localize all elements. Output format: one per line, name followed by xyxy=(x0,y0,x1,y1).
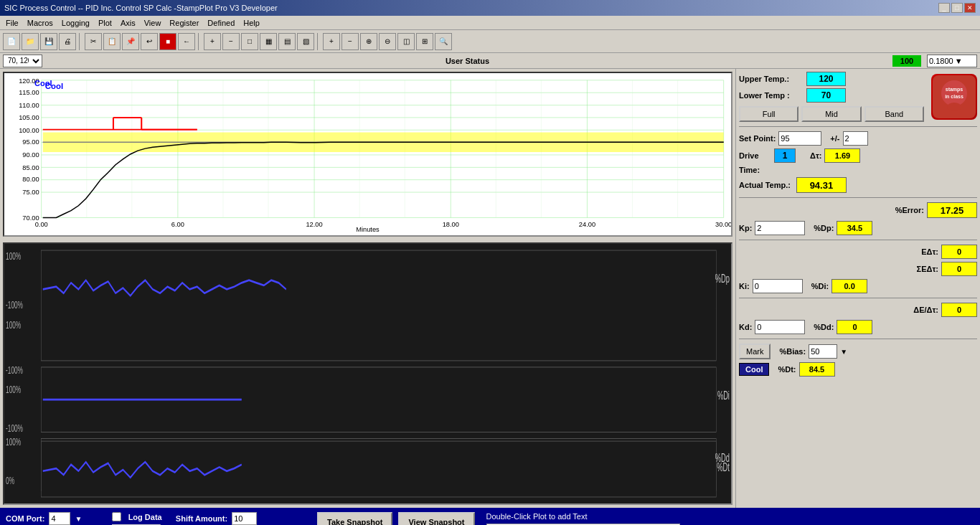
set-point-row: Set Point: +/- xyxy=(739,131,977,146)
cool-dt-row: Cool %Dt: 84.5 xyxy=(739,362,977,377)
menu-bar: File Macros Logging Plot Axis View Regis… xyxy=(0,16,980,30)
tb-plus2[interactable]: + xyxy=(323,33,340,50)
sub-chart[interactable]: 100% -100% 100% -100% 100% -100% 100% 0%… xyxy=(3,242,732,505)
menu-view[interactable]: View xyxy=(140,17,166,29)
svg-text:100%: 100% xyxy=(6,318,22,330)
main-layout: Cool xyxy=(0,69,980,508)
full-btn[interactable]: Full xyxy=(739,106,798,122)
temp-logo-row: Upper Temp.: 120 Lower Temp : 70 Full Mi… xyxy=(739,72,977,122)
tb-b3[interactable]: ▧ xyxy=(297,33,314,50)
mid-btn[interactable]: Mid xyxy=(801,106,861,122)
menu-axis[interactable]: Axis xyxy=(116,17,140,29)
double-click-label: Double-Click Plot to add Text xyxy=(486,512,588,521)
ki-label: Ki: xyxy=(739,282,750,290)
rate-value: 0.1800 ▼ xyxy=(927,55,977,67)
tb-b2[interactable]: ▤ xyxy=(278,33,296,50)
plus-minus-input[interactable] xyxy=(843,131,868,146)
tb-b5[interactable]: ⊞ xyxy=(416,33,433,50)
tb-zoom[interactable]: ⊕ xyxy=(360,33,377,50)
right-panel: Upper Temp.: 120 Lower Temp : 70 Full Mi… xyxy=(736,69,980,508)
view-snapshot-btn[interactable]: View Snapshot xyxy=(398,512,474,525)
svg-text:90.00: 90.00 xyxy=(22,151,39,159)
take-snapshot-btn[interactable]: Take Snapshot xyxy=(317,512,392,525)
set-point-label: Set Point: xyxy=(739,134,776,143)
svg-text:-100%: -100% xyxy=(6,422,23,434)
lower-temp-label: Lower Temp : xyxy=(739,91,804,100)
tb-print[interactable]: 🖨 xyxy=(59,33,76,50)
tb-search[interactable]: 🔍 xyxy=(435,33,452,50)
svg-text:95.00: 95.00 xyxy=(22,138,39,146)
shift-amount-input[interactable] xyxy=(232,512,257,525)
percent-bias-label: %Bias: xyxy=(779,347,806,356)
tb-paste[interactable]: 📌 xyxy=(122,33,139,50)
user-status-label: User Status xyxy=(446,57,489,65)
tb-copy[interactable]: 📋 xyxy=(103,33,121,50)
svg-text:75.00: 75.00 xyxy=(22,189,39,196)
time-row: Time: xyxy=(739,166,977,174)
main-chart[interactable]: Cool xyxy=(3,72,732,237)
menu-register[interactable]: Register xyxy=(165,17,203,29)
com-port-section: COM Port: ▼ File Name: Auto Scale Y xyxy=(6,512,100,525)
tb-new[interactable]: 📄 xyxy=(3,33,20,50)
svg-text:80.00: 80.00 xyxy=(22,176,39,184)
band-btn[interactable]: Band xyxy=(864,106,924,122)
tb-box[interactable]: □ xyxy=(241,33,258,50)
menu-macros[interactable]: Macros xyxy=(23,17,57,29)
tb-minus1[interactable]: − xyxy=(222,33,240,50)
tb-minus2[interactable]: − xyxy=(341,33,359,50)
text-section: Double-Click Plot to add Text Place text… xyxy=(486,512,975,525)
close-button[interactable]: ✕ xyxy=(964,3,976,13)
ki-input[interactable] xyxy=(753,279,803,293)
menu-plot[interactable]: Plot xyxy=(94,17,116,29)
cool-mode-btn[interactable]: Cool xyxy=(739,363,769,376)
svg-text:85.00: 85.00 xyxy=(22,164,39,171)
percent-dt-value: 84.5 xyxy=(799,362,835,377)
logo-svg: stamps in class xyxy=(933,75,976,118)
tb-stop[interactable]: ■ xyxy=(159,33,176,50)
tb-save[interactable]: 💾 xyxy=(40,33,57,50)
tb-sep1 xyxy=(79,33,82,50)
actual-temp-label: Actual Temp.: xyxy=(739,181,791,189)
svg-text:100%: 100% xyxy=(6,250,22,261)
upper-temp-value: 120 xyxy=(806,72,846,86)
percent-dt-label: %Dt: xyxy=(778,365,796,374)
percent-error-row: %Error: 17.25 xyxy=(739,202,977,218)
menu-help[interactable]: Help xyxy=(239,17,264,29)
tb-zoomout[interactable]: ⊖ xyxy=(379,33,396,50)
svg-text:-100%: -100% xyxy=(6,299,23,311)
menu-file[interactable]: File xyxy=(1,17,23,29)
svg-point-83 xyxy=(941,80,967,106)
com-port-input[interactable] xyxy=(49,512,70,525)
tb-b4[interactable]: ◫ xyxy=(397,33,415,50)
tb-open[interactable]: 📁 xyxy=(22,33,39,50)
percent-bias-input[interactable] xyxy=(809,344,837,359)
tb-undo[interactable]: ↩ xyxy=(141,33,158,50)
minimize-button[interactable]: _ xyxy=(938,3,950,13)
sigma-row: ΣEΔτ: 0 xyxy=(739,262,977,276)
toolbar: 📄 📁 💾 🖨 ✂ 📋 📌 ↩ ■ ← + − □ ▦ ▤ ▧ + − ⊕ ⊖ … xyxy=(0,30,980,53)
menu-defined[interactable]: Defined xyxy=(203,17,239,29)
drive-value: 1 xyxy=(774,148,796,163)
coord-dropdown[interactable]: 70, 120 xyxy=(3,55,42,67)
delta-tau-value: 1.69 xyxy=(824,148,860,163)
set-point-input[interactable] xyxy=(778,131,821,146)
svg-text:0%: 0% xyxy=(6,474,14,486)
tb-b1[interactable]: ▦ xyxy=(260,33,277,50)
tb-plus1[interactable]: + xyxy=(204,33,221,50)
svg-text:100%: 100% xyxy=(6,384,22,395)
tb-back[interactable]: ← xyxy=(178,33,195,50)
kp-input[interactable] xyxy=(755,221,805,235)
kd-input[interactable] xyxy=(755,320,805,334)
svg-text:-100%: -100% xyxy=(6,364,23,375)
percent-error-value: 17.25 xyxy=(927,202,977,218)
percent-di-label: %Di: xyxy=(811,282,829,290)
com-port-arrow[interactable]: ▼ xyxy=(75,515,82,523)
mark-btn[interactable]: Mark xyxy=(739,344,771,359)
maximize-button[interactable]: □ xyxy=(951,3,963,13)
e-delta-tau-label: EΔτ: xyxy=(921,247,938,256)
log-data-checkbox[interactable] xyxy=(112,512,121,521)
menu-logging[interactable]: Logging xyxy=(57,17,94,29)
progress-indicator: 100 xyxy=(892,55,921,67)
svg-text:0.00: 0.00 xyxy=(35,221,48,228)
tb-cut[interactable]: ✂ xyxy=(85,33,102,50)
